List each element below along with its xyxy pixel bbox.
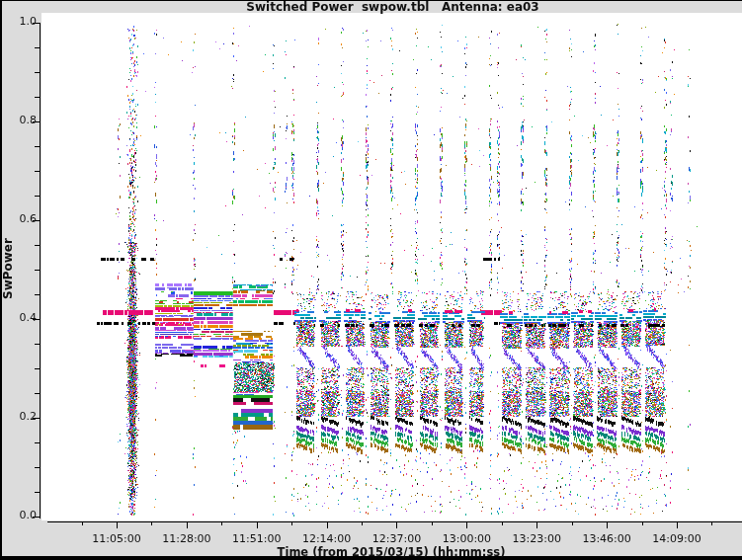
y-tick-label: 0.2: [12, 411, 37, 422]
y-tick-label: 0.4: [12, 312, 37, 323]
x-axis-title: Time (from 2015/03/15) (hh:mm:ss): [243, 547, 539, 559]
y-tick-label: 0.8: [12, 115, 37, 125]
x-tick-label: 11:28:00: [157, 533, 216, 544]
x-tick-label: 12:37:00: [368, 533, 427, 544]
x-tick-label: 12:14:00: [297, 533, 357, 544]
y-tick-label: 0.0: [12, 510, 37, 520]
x-tick-label: 11:51:00: [227, 533, 287, 544]
window-title: Switched Power swpow.tbl Antenna: ea03: [43, 1, 742, 13]
x-tick-label: 13:46:00: [577, 533, 636, 544]
scatter-plot-canvas[interactable]: [0, 0, 742, 560]
x-tick-label: 14:09:00: [647, 533, 706, 544]
x-tick-label: 11:05:00: [87, 533, 146, 544]
y-tick-label: 1.0: [12, 16, 37, 27]
y-tick-label: 0.6: [12, 213, 37, 224]
x-tick-label: 13:23:00: [507, 533, 566, 544]
y-axis-title: SwPower: [2, 240, 14, 299]
plot-window: Switched Power swpow.tbl Antenna: ea03 1…: [0, 0, 742, 560]
x-tick-label: 13:00:00: [437, 533, 496, 544]
